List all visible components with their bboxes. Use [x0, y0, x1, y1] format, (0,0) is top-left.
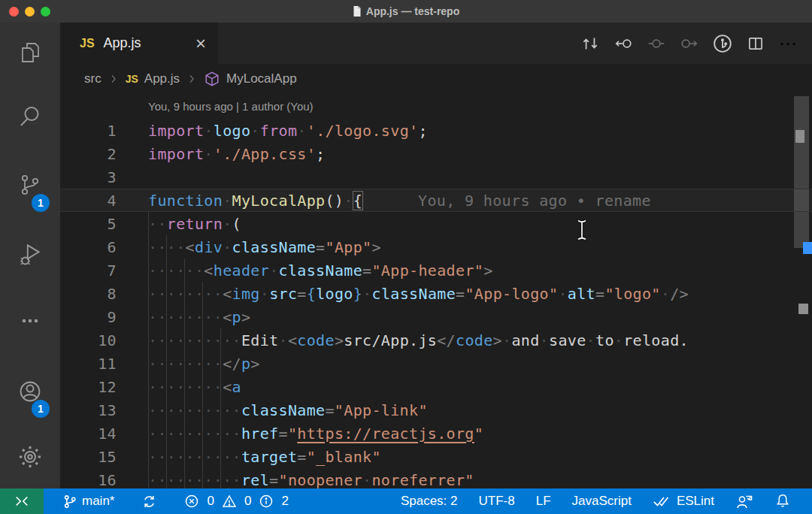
- code-line[interactable]: 5··return·(: [60, 212, 812, 235]
- code-text: ··········href="https://reactjs.org": [117, 425, 483, 443]
- line-number: 11: [60, 355, 117, 373]
- notifications-status-item[interactable]: [764, 488, 801, 514]
- code-line[interactable]: 10··········Edit·<code>src/App.js</code>…: [60, 328, 812, 352]
- code-line[interactable]: 2import·'./App.css';: [60, 142, 812, 165]
- code-text: ··return·(: [117, 215, 241, 233]
- line-number: 16: [60, 471, 117, 489]
- code-line[interactable]: 9········<p>: [60, 305, 812, 328]
- sidebar-item-source-control[interactable]: 1: [0, 150, 60, 219]
- code-line[interactable]: 16··········rel="noopener·noreferrer": [60, 468, 812, 488]
- javascript-file-icon: JS: [126, 73, 138, 85]
- editor-actions: ⋯: [577, 23, 801, 64]
- settings-button[interactable]: [0, 425, 60, 488]
- sidebar-item-run-debug[interactable]: [0, 219, 60, 289]
- feedback-person-icon: [735, 493, 753, 509]
- window-title: App.js — test-repo: [353, 5, 459, 17]
- tab-appjs[interactable]: JS App.js ×: [60, 23, 218, 64]
- breadcrumb-item-appjs[interactable]: App.js: [144, 71, 180, 86]
- sidebar-item-explorer[interactable]: [0, 23, 60, 83]
- code-line[interactable]: 3: [60, 165, 812, 189]
- change-icon[interactable]: [644, 31, 669, 56]
- error-count: 0: [207, 494, 214, 509]
- minimize-window-button[interactable]: [25, 7, 35, 17]
- sync-status-item[interactable]: [134, 488, 165, 514]
- activity-bar: 1 1: [0, 23, 60, 488]
- tab-bar: JS App.js ×: [60, 23, 812, 64]
- line-number: 14: [60, 425, 117, 443]
- encoding-status-item[interactable]: UTF-8: [468, 488, 526, 514]
- eslint-label: ESLint: [677, 494, 714, 509]
- window-controls: [9, 7, 50, 17]
- close-window-button[interactable]: [9, 7, 19, 17]
- code-text: import·logo·from·'./logo.svg';: [117, 122, 428, 140]
- breadcrumb: src JS App.js MyLocalApp: [60, 64, 812, 94]
- breadcrumb-item-symbol[interactable]: MyLocalApp: [226, 71, 297, 86]
- code-text: ··········className="App-link": [117, 401, 428, 419]
- code-line[interactable]: 8········<img·src={logo}·className="App-…: [60, 282, 812, 305]
- commit-graph-icon[interactable]: [710, 31, 735, 56]
- eol-label: LF: [536, 494, 551, 509]
- feedback-status-item[interactable]: [725, 488, 764, 514]
- split-editor-icon[interactable]: [743, 31, 768, 56]
- info-count: 2: [281, 494, 288, 509]
- gitlens-inline-blame: You, 9 hours ago • rename: [418, 192, 651, 210]
- line-number: 4: [60, 192, 117, 210]
- code-text: ··········Edit·<code>src/App.js</code>·a…: [117, 331, 689, 349]
- code-line[interactable]: 6····<div·className="App">: [60, 235, 812, 259]
- more-actions-icon[interactable]: ⋯: [776, 31, 801, 56]
- accounts-button[interactable]: 1: [0, 358, 60, 425]
- file-icon: [353, 5, 362, 17]
- encoding-label: UTF-8: [479, 494, 515, 509]
- code-line[interactable]: 11········</p>: [60, 352, 812, 375]
- line-number: 7: [60, 262, 117, 280]
- double-check-icon: [653, 494, 672, 509]
- branch-status-item[interactable]: main*: [56, 488, 122, 514]
- eslint-status-item[interactable]: ESLint: [642, 488, 725, 514]
- ellipsis-icon: [19, 310, 41, 332]
- code-line[interactable]: 15··········target="_blank": [60, 445, 812, 468]
- branch-name: main*: [82, 494, 114, 509]
- code-line[interactable]: 7······<header·className="App-header">: [60, 259, 812, 282]
- code-text: ····<div·className="App">: [117, 238, 381, 256]
- line-number: 3: [60, 168, 117, 186]
- previous-change-icon[interactable]: [611, 31, 636, 56]
- code-text: ······<header·className="App-header">: [117, 262, 493, 280]
- problems-status-item[interactable]: 0 0 2: [177, 488, 295, 514]
- indentation-label: Spaces: 2: [401, 494, 458, 509]
- info-icon: [259, 494, 274, 509]
- code-text: import·'./App.css';: [117, 145, 325, 163]
- open-changes-icon[interactable]: [577, 31, 603, 56]
- line-number: 5: [60, 215, 117, 233]
- remote-indicator[interactable]: [0, 488, 44, 514]
- code-line[interactable]: 14··········href="https://reactjs.org": [60, 422, 812, 445]
- code-line[interactable]: 4function·MyLocalApp()·{You, 9 hours ago…: [60, 189, 812, 212]
- language-status-item[interactable]: JavaScript: [562, 488, 642, 514]
- gitlens-codelens[interactable]: You, 9 hours ago | 1 author (You): [60, 94, 812, 119]
- close-tab-icon[interactable]: ×: [195, 35, 206, 53]
- code-line[interactable]: 1import·logo·from·'./logo.svg';: [60, 119, 812, 142]
- gear-icon: [17, 443, 44, 470]
- next-change-icon[interactable]: [677, 31, 702, 56]
- mouse-ibeam-cursor: [576, 219, 588, 244]
- code-text: ········<img·src={logo}·className="App-l…: [117, 285, 689, 303]
- warning-count: 0: [244, 494, 251, 509]
- sidebar-item-search[interactable]: [0, 83, 60, 150]
- breadcrumb-item-src[interactable]: src: [84, 71, 102, 86]
- git-branch-icon: [63, 494, 77, 509]
- indentation-status-item[interactable]: Spaces: 2: [390, 488, 468, 514]
- search-icon: [18, 104, 42, 128]
- zoom-window-button[interactable]: [41, 7, 50, 17]
- code-text: ········<p>: [117, 308, 250, 326]
- error-icon: [184, 494, 199, 509]
- code-line[interactable]: 13··········className="App-link": [60, 398, 812, 422]
- line-number: 13: [60, 401, 117, 419]
- language-label: JavaScript: [572, 494, 632, 509]
- tab-label: App.js: [104, 35, 186, 51]
- eol-status-item[interactable]: LF: [526, 488, 562, 514]
- code-line[interactable]: 12········<a: [60, 375, 812, 398]
- line-number: 10: [60, 331, 117, 349]
- sidebar-item-more-views[interactable]: [0, 289, 60, 353]
- line-number: 12: [60, 378, 117, 396]
- javascript-file-icon: JS: [80, 37, 95, 50]
- chevron-right-icon: [186, 73, 198, 85]
